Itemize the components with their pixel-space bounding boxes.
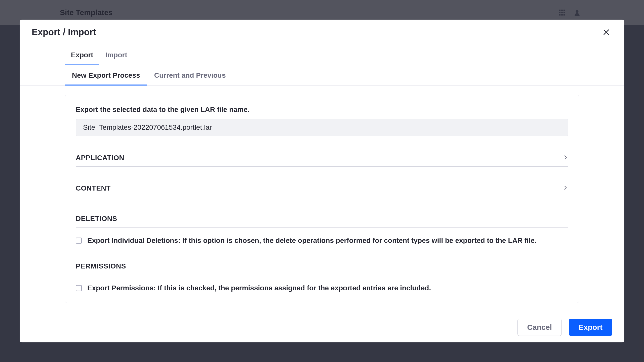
filename-label: Export the selected data to the given LA… <box>76 106 568 114</box>
section-deletions-header: DELETIONS <box>76 215 568 228</box>
section-deletions: DELETIONS Export Individual Deletions: I… <box>76 215 568 245</box>
modal-title: Export / Import <box>32 27 96 37</box>
export-card: Export the selected data to the given LA… <box>65 95 579 303</box>
section-application-title: APPLICATION <box>76 154 124 162</box>
tab-export[interactable]: Export <box>65 45 99 65</box>
tab-import[interactable]: Import <box>99 45 133 65</box>
section-deletions-title: DELETIONS <box>76 215 117 223</box>
section-content-header[interactable]: CONTENT <box>76 184 568 197</box>
deletions-checkbox-label: Export Individual Deletions: If this opt… <box>87 237 537 245</box>
section-content-title: CONTENT <box>76 184 111 192</box>
sub-tab-new-export[interactable]: New Export Process <box>65 65 147 85</box>
section-permissions: PERMISSIONS Export Permissions: If this … <box>76 262 568 292</box>
deletions-checkbox-row: Export Individual Deletions: If this opt… <box>76 237 568 245</box>
section-content: CONTENT <box>76 184 568 197</box>
export-button[interactable]: Export <box>569 319 612 336</box>
modal-body: Export the selected data to the given LA… <box>20 86 624 312</box>
section-permissions-title: PERMISSIONS <box>76 262 126 270</box>
primary-tabs: Export Import <box>20 45 624 65</box>
section-permissions-header: PERMISSIONS <box>76 262 568 275</box>
chevron-right-icon <box>563 155 568 161</box>
permissions-checkbox[interactable] <box>76 285 82 291</box>
cancel-button[interactable]: Cancel <box>517 319 562 336</box>
permissions-checkbox-row: Export Permissions: If this is checked, … <box>76 284 568 292</box>
deletions-checkbox[interactable] <box>76 238 82 244</box>
sub-tabs: New Export Process Current and Previous <box>20 65 624 86</box>
export-import-modal: Export / Import Export Import New Export… <box>20 20 624 342</box>
permissions-checkbox-label: Export Permissions: If this is checked, … <box>87 284 431 292</box>
section-application-header[interactable]: APPLICATION <box>76 154 568 167</box>
filename-input[interactable] <box>76 119 568 136</box>
sub-tab-current-previous[interactable]: Current and Previous <box>147 65 233 85</box>
close-icon <box>602 28 610 36</box>
close-button[interactable] <box>600 26 612 38</box>
section-application: APPLICATION <box>76 154 568 167</box>
chevron-right-icon <box>563 185 568 192</box>
modal-header: Export / Import <box>20 20 624 45</box>
modal-footer: Cancel Export <box>20 312 624 342</box>
